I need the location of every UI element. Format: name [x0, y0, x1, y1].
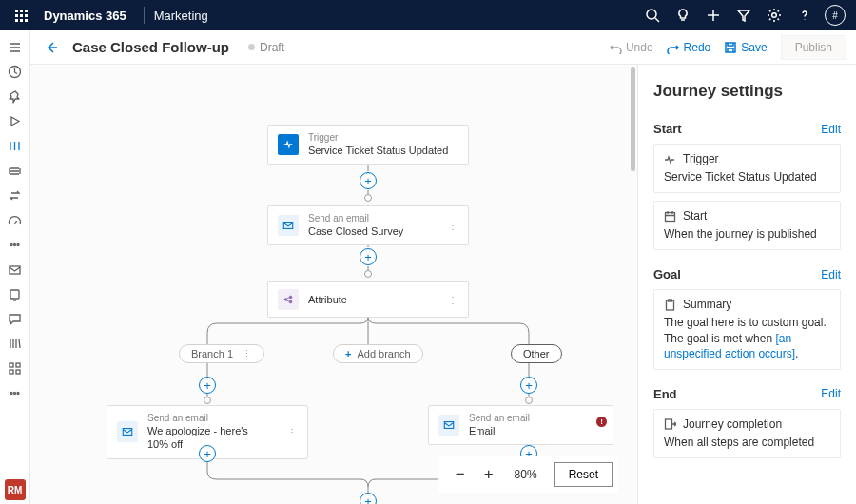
- save-button[interactable]: Save: [724, 41, 767, 54]
- status-badge: Draft: [248, 41, 284, 54]
- rail-pinned[interactable]: [0, 84, 30, 108]
- card-body: The goal here is to custom goal. The goa…: [664, 315, 830, 361]
- edit-end-link[interactable]: Edit: [821, 387, 841, 400]
- rail-device[interactable]: [0, 281, 30, 306]
- search-button[interactable]: [637, 0, 668, 30]
- node-email-generic[interactable]: Send an email Email: [428, 405, 613, 445]
- funnel-icon: [736, 8, 751, 23]
- rail-library[interactable]: [0, 331, 30, 356]
- node-more-button[interactable]: ⋮: [278, 427, 298, 437]
- settings-button[interactable]: [759, 0, 789, 30]
- branch-pill-other[interactable]: Other: [511, 344, 562, 363]
- ideas-button[interactable]: [668, 0, 698, 30]
- product-name[interactable]: Dynamics 365: [36, 9, 134, 23]
- undo-icon: [609, 41, 622, 54]
- svg-rect-20: [123, 429, 131, 436]
- branch-more-button[interactable]: ⋮: [243, 349, 252, 359]
- rail-journeys[interactable]: [0, 133, 30, 158]
- rail-templates[interactable]: [0, 356, 30, 380]
- node-email-survey[interactable]: Send an email Case Closed Survey ⋮: [267, 205, 469, 245]
- connector-dot: [204, 397, 211, 404]
- add-branch-button[interactable]: + Add branch: [333, 344, 423, 363]
- svg-rect-25: [666, 419, 672, 429]
- add-step-button[interactable]: +: [360, 493, 377, 504]
- rail-persona[interactable]: RM: [5, 479, 26, 500]
- rail-recent[interactable]: [0, 59, 30, 84]
- zoom-out-button[interactable]: −: [452, 466, 469, 483]
- rail-play[interactable]: [0, 108, 30, 133]
- zoom-reset-button[interactable]: Reset: [554, 462, 613, 487]
- plus-icon: +: [345, 348, 351, 359]
- zoom-in-button[interactable]: +: [480, 466, 497, 483]
- node-title: Case Closed Survey: [308, 224, 403, 238]
- hamburger-icon: [8, 40, 22, 54]
- add-step-button[interactable]: +: [360, 172, 377, 189]
- add-step-button[interactable]: +: [199, 445, 216, 462]
- svg-rect-11: [16, 370, 20, 374]
- stack-icon: [8, 164, 22, 178]
- card-body: When all steps are completed: [664, 435, 830, 450]
- rail-chat[interactable]: [0, 306, 30, 331]
- save-label: Save: [741, 41, 767, 54]
- svg-point-0: [647, 10, 656, 19]
- rail-email[interactable]: [0, 257, 30, 281]
- node-label: Send an email: [147, 413, 268, 424]
- pin-icon: [8, 89, 22, 104]
- filter-button[interactable]: [729, 0, 759, 30]
- card-completion[interactable]: Journey completion When all steps are co…: [653, 409, 841, 458]
- node-more-button[interactable]: ⋮: [438, 295, 458, 305]
- rail-convert[interactable]: [0, 183, 30, 207]
- card-summary[interactable]: Summary The goal here is to custom goal.…: [653, 289, 841, 370]
- app-launcher-button[interactable]: [6, 0, 36, 30]
- module-name[interactable]: Marketing: [154, 9, 208, 23]
- rail-more1[interactable]: [0, 232, 30, 257]
- add-branch-label: Add branch: [357, 348, 410, 359]
- card-heading: Trigger: [683, 152, 719, 165]
- edit-goal-link[interactable]: Edit: [821, 268, 841, 281]
- settings-panel: Journey settings Start Edit Trigger Serv…: [637, 65, 856, 504]
- node-title: Email: [469, 424, 530, 437]
- add-step-button[interactable]: +: [360, 248, 377, 265]
- journey-icon: [8, 139, 22, 153]
- svg-rect-22: [666, 212, 675, 221]
- swap-icon: [8, 188, 22, 203]
- card-trigger[interactable]: Trigger Service Ticket Status Updated: [653, 144, 841, 193]
- divider: [144, 7, 145, 24]
- add-button[interactable]: [698, 0, 729, 30]
- branch-pill-1[interactable]: Branch 1 ⋮: [179, 344, 264, 363]
- rail-speed[interactable]: [0, 207, 30, 232]
- edit-start-link[interactable]: Edit: [821, 123, 841, 136]
- back-button[interactable]: [40, 36, 63, 59]
- node-title: Service Ticket Status Updated: [308, 144, 448, 157]
- add-step-button[interactable]: +: [520, 377, 537, 394]
- section-end: End Edit Journey completion When all ste…: [653, 387, 841, 458]
- account-button[interactable]: #: [820, 0, 850, 30]
- add-step-button[interactable]: +: [199, 377, 216, 394]
- global-header: Dynamics 365 Marketing #: [0, 0, 856, 30]
- node-more-button[interactable]: ⋮: [438, 221, 458, 231]
- books-icon: [8, 337, 22, 351]
- help-button[interactable]: [789, 0, 820, 30]
- section-goal: Goal Edit Summary The goal here is to cu…: [653, 267, 841, 370]
- redo-button[interactable]: Redo: [667, 41, 711, 54]
- undo-label: Undo: [626, 41, 653, 54]
- connector-dot: [525, 397, 533, 404]
- publish-button[interactable]: Publish: [781, 35, 846, 60]
- node-label: Send an email: [469, 413, 530, 424]
- undo-button[interactable]: Undo: [609, 41, 653, 54]
- svg-rect-7: [10, 290, 19, 299]
- gauge-icon: [8, 213, 22, 227]
- error-badge[interactable]: !: [596, 417, 607, 427]
- node-trigger[interactable]: Trigger Service Ticket Status Updated: [267, 125, 469, 165]
- node-attribute[interactable]: Attribute ⋮: [267, 281, 469, 318]
- rail-menu[interactable]: [0, 34, 30, 59]
- mail-icon: [117, 421, 138, 442]
- dots-icon: [8, 238, 22, 252]
- clipboard-icon: [664, 299, 676, 311]
- journey-canvas[interactable]: Trigger Service Ticket Status Updated + …: [30, 65, 637, 504]
- card-start[interactable]: Start When the journey is published: [653, 201, 841, 250]
- rail-more2[interactable]: [0, 380, 30, 405]
- dots-icon: [8, 386, 22, 400]
- rail-assets[interactable]: [0, 158, 30, 183]
- card-heading: Start: [683, 209, 707, 223]
